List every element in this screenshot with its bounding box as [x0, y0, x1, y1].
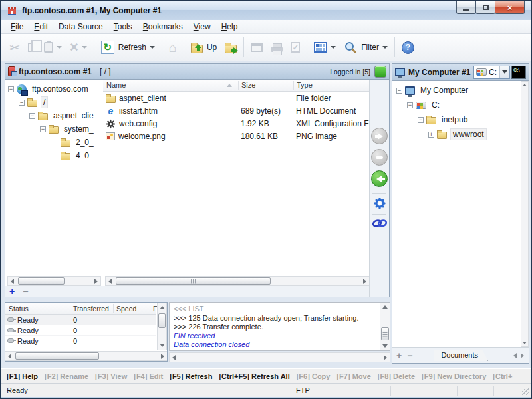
scrollbar-thumb[interactable]	[18, 277, 65, 285]
ftp-log-view[interactable]: <<< LIST >>> 125 Data connection already…	[169, 302, 390, 351]
fkey-new-directory[interactable]: [F9] New Directory	[422, 372, 486, 380]
paste-button[interactable]	[40, 37, 66, 58]
compare-button[interactable]	[373, 197, 386, 212]
add-tab-button[interactable]: +	[396, 350, 402, 361]
collapse-icon[interactable]: −	[8, 86, 14, 92]
maximize-button[interactable]	[475, 1, 495, 14]
scroll-left-arrow[interactable]	[5, 352, 14, 360]
file-row-aspnet-client[interactable]: aspnet_client File folder	[103, 92, 369, 104]
column-header-type[interactable]: Type	[297, 81, 313, 89]
local-vertical-scrollbar[interactable]	[521, 81, 529, 347]
collapse-icon[interactable]: −	[407, 102, 413, 108]
fkey-view[interactable]: [F3] View	[95, 372, 127, 380]
ftp-directory-tree[interactable]: − ftp.contoso.com − / − aspnet_clie −	[5, 80, 102, 276]
scroll-right-arrow[interactable]	[92, 277, 100, 285]
tree-item-root[interactable]: − ftp.contoso.com	[8, 82, 90, 96]
local-directory-tree[interactable]: − My Computer − C: − inetpub + w	[392, 81, 521, 347]
local-panel-header[interactable]: My Computer #1 C: C:\	[392, 64, 529, 81]
scroll-left-arrow[interactable]	[106, 277, 114, 285]
tree-item-slash[interactable]: − /	[19, 96, 48, 109]
queue-horizontal-scrollbar[interactable]	[5, 351, 167, 361]
transfer-right-button[interactable]	[371, 128, 388, 144]
up-button[interactable]: Up	[187, 37, 221, 58]
collapse-icon[interactable]: −	[40, 126, 46, 132]
queue-column-speed[interactable]: Speed	[116, 305, 136, 313]
tree-item-2-0[interactable]: 2_0_	[61, 136, 96, 149]
scroll-left-arrow[interactable]	[8, 277, 17, 285]
remove-tab-button[interactable]: −	[407, 350, 412, 361]
fkey-copy[interactable]: [F6] Copy	[297, 372, 331, 380]
fkey-refresh[interactable]: [F5] Refresh	[170, 372, 212, 380]
stop-transfer-button[interactable]	[371, 149, 388, 166]
column-header-size[interactable]: Size	[241, 81, 255, 89]
scroll-left-arrow[interactable]	[170, 353, 178, 362]
command-window-button[interactable]	[247, 37, 267, 58]
menu-edit[interactable]: Edit	[29, 21, 53, 33]
menu-help[interactable]: Help	[216, 21, 243, 33]
scroll-down-arrow[interactable]	[521, 340, 528, 346]
remove-tab-button[interactable]: −	[23, 286, 28, 297]
add-tab-button[interactable]: +	[9, 286, 15, 297]
open-console-button[interactable]: C:\	[511, 66, 526, 79]
ftp-panel-header[interactable]: ftp.contoso.com #1 [ / ] Logged in [5]	[5, 64, 389, 80]
file-row-webconfig[interactable]: web.config 1.92 KB XML Configuration F	[103, 118, 369, 130]
fkey-move[interactable]: [F7] Move	[336, 372, 370, 380]
tree-item-4-0[interactable]: 4_0_	[61, 149, 96, 162]
scrollbar-thumb[interactable]	[158, 313, 166, 328]
print-button[interactable]	[267, 37, 287, 58]
view-style-button[interactable]	[310, 37, 340, 58]
scrollbar-thumb[interactable]	[381, 327, 389, 340]
queue-row[interactable]: Ready 0	[5, 336, 156, 346]
collapse-icon[interactable]: −	[396, 88, 402, 94]
collapse-icon[interactable]: −	[19, 100, 25, 106]
tasks-button[interactable]: ✓	[287, 37, 304, 58]
close-button[interactable]: ×	[495, 1, 525, 14]
title-bar[interactable]: ftp.contoso.com #1, My Computer #1 ×	[1, 1, 531, 20]
scroll-right-arrow[interactable]	[360, 277, 369, 285]
help-button[interactable]: ?	[398, 37, 418, 58]
fkey-refresh-all[interactable]: [Ctrl+F5] Refresh All	[219, 372, 289, 380]
queue-column-transferred[interactable]: Transferred	[73, 305, 109, 313]
menu-file[interactable]: File	[5, 21, 29, 33]
refresh-button[interactable]: ↻ Refresh	[97, 37, 159, 58]
scroll-down-arrow[interactable]	[381, 342, 390, 350]
tab-scroll-right-icon[interactable]	[521, 353, 524, 358]
collapse-icon[interactable]: −	[29, 113, 35, 119]
copy-button[interactable]	[24, 37, 40, 58]
list-horizontal-scrollbar[interactable]	[105, 276, 370, 286]
file-row-iisstart[interactable]: eiisstart.htm 689 byte(s) HTML Document	[103, 105, 369, 117]
fkey-help[interactable]: [F1] Help	[7, 372, 38, 380]
filter-button[interactable]: Filter	[340, 37, 392, 58]
collapse-icon[interactable]: −	[418, 117, 424, 123]
tree-horizontal-scrollbar[interactable]	[7, 276, 101, 286]
tree-item-my-computer[interactable]: − My Computer	[396, 84, 470, 97]
scroll-down-arrow[interactable]	[158, 341, 166, 350]
tree-item-wwwroot[interactable]: + wwwroot	[428, 128, 487, 141]
fkey-delete[interactable]: [F8] Delete	[378, 372, 415, 380]
connection-indicator-button[interactable]	[374, 66, 386, 78]
view-style-dropdown-arrow[interactable]	[331, 46, 336, 49]
fkey-truncated[interactable]: [Ctrl+	[493, 372, 512, 380]
queue-row[interactable]: Ready 0	[5, 325, 156, 336]
tree-item-aspnet-client[interactable]: − aspnet_clie	[29, 109, 96, 122]
scrollbar-thumb[interactable]	[116, 277, 271, 285]
file-row-welcome[interactable]: welcome.png 180.61 KB PNG image	[103, 130, 369, 142]
log-horizontal-scrollbar[interactable]	[169, 352, 390, 362]
menu-view[interactable]: View	[188, 21, 216, 33]
minimize-button[interactable]	[456, 1, 476, 14]
resize-grip[interactable]	[522, 388, 529, 395]
menu-data-source[interactable]: Data Source	[53, 21, 108, 33]
scroll-right-arrow[interactable]	[381, 353, 390, 362]
transfer-left-button[interactable]	[371, 170, 388, 187]
scrollbar-thumb[interactable]	[15, 352, 99, 360]
tab-scroll-left-icon[interactable]	[513, 353, 517, 358]
delete-dropdown-arrow[interactable]	[82, 46, 87, 49]
ftp-file-list[interactable]: Name Size Type aspnet_client File folder…	[103, 80, 369, 276]
cut-button[interactable]: ✂	[5, 37, 24, 58]
scroll-right-arrow[interactable]	[158, 352, 167, 360]
home-button[interactable]: ⌂	[165, 37, 181, 58]
drive-dropdown-arrow[interactable]	[499, 66, 509, 78]
tree-item-c-drive[interactable]: − C:	[407, 98, 442, 112]
scroll-up-arrow[interactable]	[158, 303, 166, 312]
column-header-name[interactable]: Name	[106, 81, 126, 89]
